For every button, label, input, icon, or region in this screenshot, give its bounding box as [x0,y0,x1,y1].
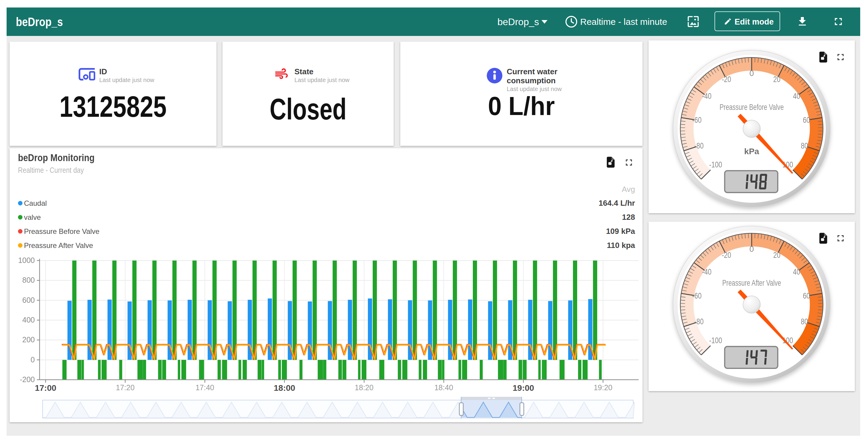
svg-text:400: 400 [22,316,35,324]
svg-text:19:00: 19:00 [513,383,534,392]
svg-text:19:20: 19:20 [594,383,613,392]
svg-text:200: 200 [22,335,35,344]
svg-text:-80: -80 [694,317,704,326]
svg-text:-40: -40 [702,267,712,276]
svg-text:-100: -100 [709,160,722,169]
svg-text:600: 600 [22,296,35,304]
svg-text:18:20: 18:20 [355,383,374,392]
svg-text:800: 800 [22,276,35,284]
svg-text:18:40: 18:40 [434,383,453,392]
svg-text:80: 80 [801,317,808,326]
svg-text:0: 0 [749,245,754,254]
svg-text:Preassure After Valve: Preassure After Valve [722,278,781,287]
svg-text:Preassure Before Valve: Preassure Before Valve [720,102,784,112]
svg-text:-20: -20 [722,75,731,84]
svg-text:-100: -100 [709,336,722,345]
svg-text:20: 20 [773,251,780,260]
svg-text:-40: -40 [702,92,712,101]
svg-text:0: 0 [749,69,754,78]
svg-text:17:00: 17:00 [35,383,56,392]
svg-text:0: 0 [31,355,35,364]
svg-text:-60: -60 [692,292,702,300]
svg-text:-200: -200 [20,375,35,384]
svg-text:-60: -60 [692,115,702,125]
svg-text:40: 40 [793,267,800,276]
svg-text:40: 40 [793,92,800,101]
svg-text:80: 80 [801,141,808,150]
svg-text:-20: -20 [722,251,731,260]
svg-text:18:00: 18:00 [274,383,295,392]
svg-text:17:40: 17:40 [195,383,214,392]
svg-text:60: 60 [803,292,810,300]
svg-text:20: 20 [773,75,780,84]
svg-text:60: 60 [803,115,810,125]
svg-text:17:20: 17:20 [116,383,135,392]
svg-text:1000: 1000 [18,256,35,265]
svg-text:kPa: kPa [744,147,759,156]
svg-text:-80: -80 [694,141,704,150]
